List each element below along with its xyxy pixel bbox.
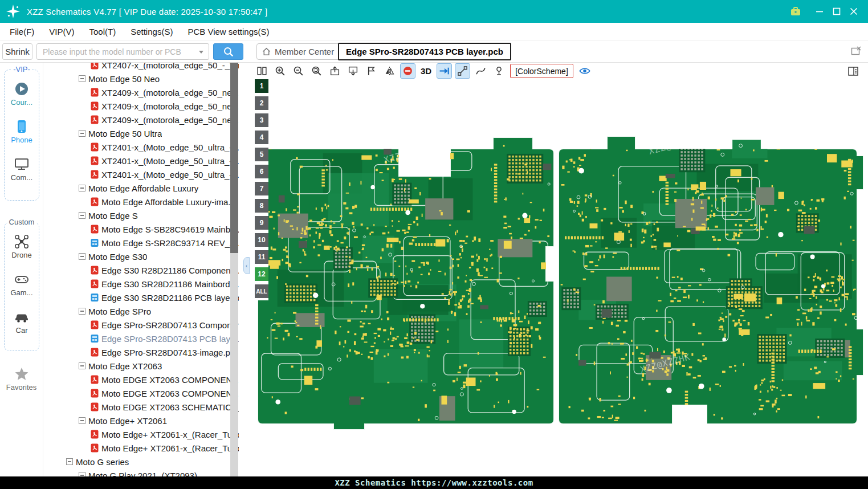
pdf-file-icon [91,375,99,384]
open-document-tab[interactable]: Edge SPro-SR28D07413 PCB layer.pcb [338,43,511,60]
curve-button[interactable] [474,64,488,78]
layer-button-7[interactable]: 7 [255,182,268,195]
tree-file[interactable]: XT2401-x_(Moto_edge_50_ultra_-_... [43,154,239,168]
layer-button-12[interactable]: 12 [255,267,268,281]
layer-button-9[interactable]: 9 [255,216,268,230]
tree-file[interactable]: Edge S30 SR28D21186 PCB layer.p... [43,291,239,304]
vip-briefcase-icon[interactable] [789,5,802,18]
tree-file[interactable]: Moto Edge Affordable Luxury-ima... [43,195,239,209]
tree-group[interactable]: Moto Edge 50 Neo [43,72,239,85]
tree-file[interactable]: Moto EDGE XT2063 COMPONENT... [43,373,239,386]
sidebar-item-phone[interactable]: Phone [11,119,32,144]
layer-button-2[interactable]: 2 [255,96,268,110]
minus-box-icon[interactable] [79,417,85,424]
tree-item-label: Moto G series [76,457,129,467]
minus-box-icon[interactable] [79,308,85,315]
tree-group[interactable]: Moto Edge S [43,209,239,222]
minus-box-icon[interactable] [79,185,85,191]
mirror-flip-button[interactable] [382,64,397,78]
tree-file[interactable]: Moto EDGE XT2063 COMPONENT... [43,386,239,400]
minus-box-icon[interactable] [66,458,73,465]
minimize-button[interactable] [811,3,828,20]
layer-button-1[interactable]: 1 [255,79,268,93]
tree-group[interactable]: Moto Edge+ XT2061 [43,414,239,427]
probe-button[interactable] [492,64,506,78]
measure-button[interactable] [455,64,470,78]
menu-item-file[interactable]: File(F) [2,23,42,40]
chevron-down-icon[interactable] [199,51,203,54]
sidebar-item-cour[interactable]: Cour... [11,82,32,107]
zoom-in-button[interactable] [273,64,287,78]
zoom-reset-button[interactable] [309,64,324,78]
tree-group[interactable]: Moto Edge S30 [43,250,239,263]
split-view-button[interactable] [255,64,269,78]
tree-file[interactable]: Moto EDGE XT2063 SCHEMATICS_... [43,400,239,414]
tree-group[interactable]: Moto Edge 50 Ultra [43,127,239,140]
tree-file[interactable]: Edge S30 SR28D21186 Mainbord i... [43,277,239,291]
button-colorscheme[interactable]: [ColorScheme] [510,64,573,78]
sidebar-item-car[interactable]: Car [14,309,29,335]
layer-button-11[interactable]: 11 [255,250,268,264]
close-button[interactable] [845,3,862,20]
tree-file[interactable]: Edge SPro-SR28D07413 PCB layer... [43,332,239,345]
member-center-button[interactable]: Member Center [256,43,341,60]
menu-item-tool[interactable]: Tool(T) [82,23,124,40]
minus-box-icon[interactable] [79,212,85,219]
layers-panel-icon[interactable] [846,64,860,78]
close-panel-icon[interactable] [850,45,862,58]
tree-file[interactable]: Moto Edge S-SB28C94619 Mainbo... [43,222,239,236]
sidebar-item-drone[interactable]: Drone [11,234,31,259]
tree-file[interactable]: XT2409-x_(motorola_edge_50_neo... [43,85,239,99]
eye-button[interactable] [577,64,592,78]
export-bottom-button[interactable] [346,64,360,78]
layer-button-all[interactable]: ALL [255,284,268,298]
layer-button-8[interactable]: 8 [255,199,268,213]
minus-box-icon[interactable] [79,362,85,369]
menu-item-settings[interactable]: Settings(S) [123,23,180,40]
layer-button-5[interactable]: 5 [255,148,268,161]
layer-button-10[interactable]: 10 [255,233,268,247]
tree-file[interactable]: XT2407-x_(motorola_edge_50_-_Wi... [43,63,239,72]
tree-file[interactable]: XT2401-x_(Moto_edge_50_ultra_-_... [43,140,239,154]
tree-file[interactable]: XT2409-x_(motorola_edge_50_neo... [43,113,239,127]
tree-group[interactable]: Moto Edge SPro [43,304,239,318]
collapse-tree-handle[interactable]: ‹ [243,257,250,274]
search-button[interactable] [213,43,243,60]
layer-button-3[interactable]: 3 [255,113,268,127]
shrink-button[interactable]: Shrink [2,43,32,60]
tree-file[interactable]: XT2409-x_(motorola_edge_50_neo... [43,99,239,113]
zoom-out-button[interactable] [291,64,305,78]
layer-button-4[interactable]: 4 [255,131,268,144]
pcb-canvas[interactable]: XZZ@XZZHKXZZ@XZZHKXZZ@XZZHK [239,79,868,476]
tree-group[interactable]: Moto G series [43,455,239,468]
minus-box-icon[interactable] [79,472,85,476]
tree-group[interactable]: Moto Edge XT2063 [43,359,239,373]
tree-scrollbar-thumb[interactable] [230,63,238,253]
tree-file[interactable]: Edge S30 R28D21186 Component... [43,263,239,277]
maximize-button[interactable] [828,3,845,20]
tree-scrollbar[interactable] [230,63,238,476]
sidebar-favorites[interactable]: Favorites [0,366,43,392]
model-search-input[interactable] [37,44,209,59]
jump-arrow-button[interactable] [437,64,451,78]
stop-button[interactable] [401,64,415,78]
export-top-button[interactable] [328,64,342,78]
minus-box-icon[interactable] [79,75,85,82]
tree-file[interactable]: Moto Edge S-SR28C93714 REV_A... [43,236,239,250]
menu-item-pcb-view-settings[interactable]: PCB View settings(S) [180,23,276,40]
flag-button[interactable] [364,64,378,78]
tree-group[interactable]: Moto Edge Affordable Luxury [43,181,239,195]
minus-box-icon[interactable] [79,130,85,137]
sidebar-item-gam[interactable]: Gam... [10,272,32,297]
tree-file[interactable]: XT2401-x_(Moto_edge_50_ultra_-... [43,168,239,181]
tree-group[interactable]: Moto G Play 2021_(XT2093) [43,468,239,476]
tree-file[interactable]: Edge SPro-SR28D07413-image.pdf [43,345,239,359]
tree-file[interactable]: Moto Edge+ XT2061-x_(Racer_Turb... [43,441,239,455]
menu-item-vip[interactable]: VIP(V) [42,23,81,40]
sidebar-item-com[interactable]: Com... [11,157,32,182]
minus-box-icon[interactable] [79,253,85,260]
button-3d[interactable]: 3D [419,64,433,78]
layer-button-6[interactable]: 6 [255,165,268,178]
tree-file[interactable]: Edge SPro-SR28D07413 Componen... [43,318,239,332]
tree-file[interactable]: Moto Edge+ XT2061-x_(Racer_Turb... [43,427,239,441]
